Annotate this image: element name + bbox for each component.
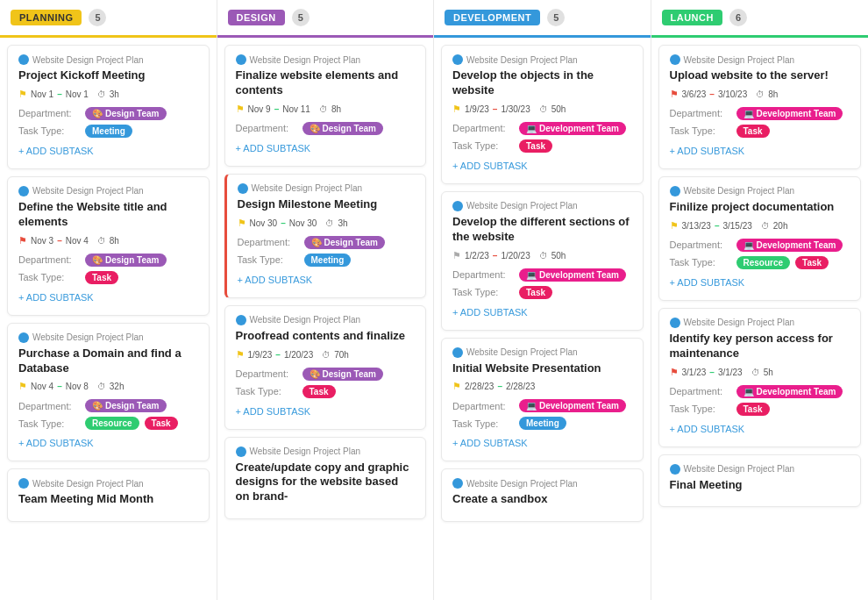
project-icon — [238, 183, 248, 194]
department-tag[interactable]: 🎨 Design Team — [302, 368, 384, 381]
date-end: 1/30/23 — [501, 104, 530, 114]
card: Website Design Project PlanFinal Meeting — [658, 454, 862, 508]
add-subtask-button[interactable]: + ADD SUBTASK — [452, 157, 632, 175]
tasktype-tag[interactable]: Resource — [85, 417, 139, 430]
card-department-row: Department:💻 Development Team — [670, 239, 850, 252]
card-project-row: Website Design Project Plan — [236, 315, 416, 325]
department-tag[interactable]: 💻 Development Team — [736, 107, 843, 120]
flag-yellow-icon: ⚑ — [236, 104, 245, 115]
card-project-row: Website Design Project Plan — [18, 332, 198, 343]
add-subtask-button[interactable]: + ADD SUBTASK — [236, 139, 416, 157]
card-title: Upload website to the server! — [670, 68, 850, 83]
add-subtask-button[interactable]: + ADD SUBTASK — [18, 142, 198, 160]
department-tag[interactable]: 💻 Development Team — [519, 399, 626, 412]
dept-icon: 💻 — [743, 109, 754, 118]
department-tag[interactable]: 🎨 Design Team — [302, 122, 384, 135]
card: Website Design Project PlanInitial Websi… — [441, 338, 644, 462]
add-subtask-button[interactable]: + ADD SUBTASK — [670, 142, 850, 160]
date-separator: – — [497, 382, 502, 391]
department-tag[interactable]: 💻 Development Team — [736, 239, 843, 252]
card-title: Finalize website elements and contents — [236, 68, 416, 98]
tasktype-label: Task Type: — [18, 272, 80, 282]
tasktype-tag[interactable]: Task — [519, 286, 552, 299]
card-dates: ⚑1/9/23 – 1/30/23⏱50h — [452, 104, 632, 115]
count-badge-launch: 6 — [729, 9, 747, 26]
card-dates: ⚑3/13/23 – 3/15/23⏱20h — [670, 220, 850, 232]
hours: 8h — [331, 104, 341, 114]
card-title: Final Meeting — [670, 478, 850, 493]
tasktype-tag[interactable]: Task — [85, 271, 118, 284]
card-project-label: Website Design Project Plan — [466, 201, 578, 211]
date-end: Nov 1 — [66, 89, 89, 99]
card-project-row: Website Design Project Plan — [452, 201, 632, 211]
card-department-row: Department:💻 Development Team — [670, 385, 850, 398]
card-project-label: Website Design Project Plan — [466, 479, 578, 489]
tasktype-tag[interactable]: Task — [302, 385, 336, 398]
department-tag[interactable]: 💻 Development Team — [519, 122, 626, 135]
card: Website Design Project PlanProject Kicko… — [7, 45, 210, 169]
clock-icon: ⏱ — [539, 251, 548, 261]
card-project-label: Website Design Project Plan — [252, 183, 363, 193]
tasktype-tag[interactable]: Task — [519, 139, 552, 153]
add-subtask-button[interactable]: + ADD SUBTASK — [452, 434, 632, 452]
tasktype-tag[interactable]: Resource — [736, 256, 791, 269]
tasktype-tag[interactable]: Task — [795, 256, 829, 269]
date-separator: – — [493, 251, 498, 261]
add-subtask-button[interactable]: + ADD SUBTASK — [670, 420, 850, 438]
project-icon — [670, 464, 680, 475]
add-subtask-button[interactable]: + ADD SUBTASK — [18, 289, 198, 306]
date-end: 2/28/23 — [506, 382, 535, 391]
department-tag[interactable]: 🎨 Design Team — [304, 236, 386, 249]
card: Website Design Project PlanFinilize proj… — [658, 176, 862, 301]
tasktype-tag[interactable]: Task — [736, 403, 770, 416]
project-icon — [452, 347, 463, 358]
department-tag[interactable]: 🎨 Design Team — [85, 399, 167, 412]
department-tag[interactable]: 💻 Development Team — [736, 385, 843, 398]
flag-yellow-icon: ⚑ — [238, 218, 246, 229]
department-tag[interactable]: 🎨 Design Team — [85, 254, 167, 267]
card-department-row: Department:🎨 Design Team — [18, 107, 198, 120]
tasktype-label: Task Type: — [452, 418, 514, 429]
card-title: Develop the different sections of the we… — [452, 215, 632, 245]
card: Website Design Project PlanProofread con… — [224, 305, 427, 430]
project-icon — [18, 186, 29, 196]
department-label: Department: — [670, 386, 731, 396]
tasktype-tag[interactable]: Meeting — [304, 254, 352, 267]
dept-icon: 🎨 — [92, 109, 103, 118]
tasktype-label: Task Type: — [238, 254, 299, 265]
department-tag[interactable]: 💻 Development Team — [519, 268, 626, 282]
tasktype-tag[interactable]: Meeting — [85, 125, 132, 138]
flag-red-icon: ⚑ — [18, 235, 27, 246]
card-tasktype-row: Task Type:Task — [452, 286, 632, 299]
department-label: Department: — [18, 254, 80, 265]
department-tag[interactable]: 🎨 Design Team — [85, 107, 167, 120]
department-label: Department: — [452, 123, 514, 133]
card-title: Proofread contents and finalize — [236, 329, 416, 344]
card-tasktype-row: Task Type:Task — [670, 403, 850, 416]
card-dates: ⚑Nov 9 – Nov 11⏱8h — [236, 104, 416, 115]
date-separator: – — [57, 382, 62, 391]
add-subtask-button[interactable]: + ADD SUBTASK — [236, 403, 416, 420]
card: Website Design Project PlanDevelop the o… — [441, 45, 644, 184]
project-icon — [236, 54, 246, 65]
department-label: Department: — [670, 108, 731, 118]
department-label: Department: — [452, 269, 514, 280]
date-start: Nov 3 — [31, 236, 53, 246]
add-subtask-button[interactable]: + ADD SUBTASK — [670, 274, 850, 291]
tasktype-tag[interactable]: Meeting — [519, 417, 566, 430]
tasktype-tag[interactable]: Task — [145, 417, 178, 430]
add-subtask-button[interactable]: + ADD SUBTASK — [238, 271, 416, 289]
add-subtask-button[interactable]: + ADD SUBTASK — [18, 434, 198, 452]
card-tasktype-row: Task Type:Meeting — [452, 417, 632, 430]
flag-red-icon: ⚑ — [670, 367, 679, 378]
card-department-row: Department:💻 Development Team — [452, 122, 632, 135]
date-start: Nov 30 — [250, 218, 278, 228]
card-dates: ⚑Nov 3 – Nov 4⏱8h — [18, 235, 198, 246]
card-title: Design Milestone Meeting — [238, 197, 416, 212]
dept-icon: 💻 — [743, 387, 754, 396]
add-subtask-button[interactable]: + ADD SUBTASK — [452, 304, 632, 321]
clock-icon: ⏱ — [539, 104, 548, 114]
date-end: Nov 8 — [66, 382, 89, 391]
clock-icon: ⏱ — [97, 89, 106, 99]
tasktype-tag[interactable]: Task — [736, 125, 770, 138]
